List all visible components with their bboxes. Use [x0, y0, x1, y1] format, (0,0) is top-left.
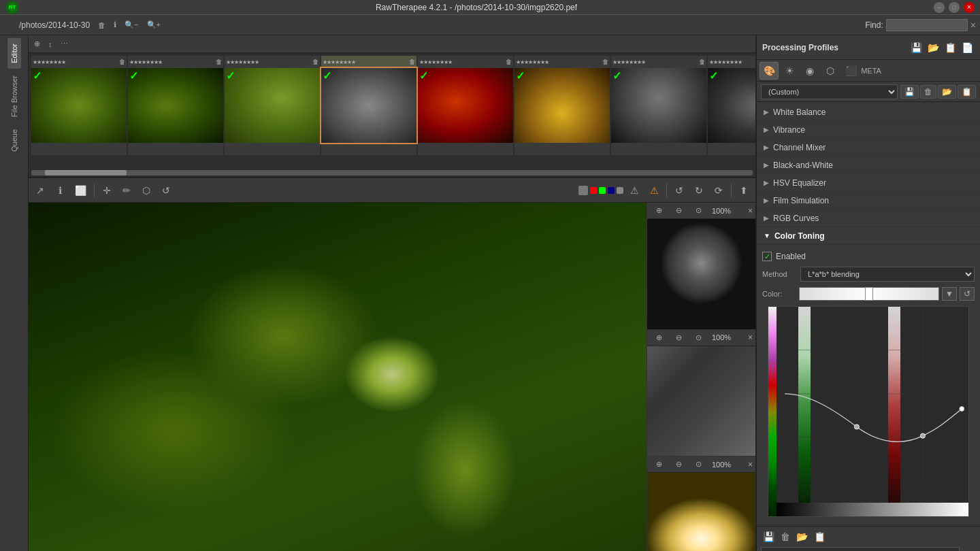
crop-tool[interactable]: ⬜	[71, 182, 91, 199]
ct-method-dropdown[interactable]: L*a*b* blending	[800, 267, 975, 282]
perspective-tool[interactable]: ⬡	[137, 182, 155, 199]
thumb-delete[interactable]: 🗑	[699, 59, 705, 65]
profile-delete-button[interactable]: 🗑	[920, 85, 936, 99]
rotate-tool[interactable]: ↺	[157, 182, 175, 199]
preview-zoom-fit-1[interactable]: ⊙	[689, 205, 707, 216]
sidebar-item-file-browser[interactable]: File Browser	[7, 70, 21, 122]
tool-channel-mixer[interactable]: ▶ Channel Mixer	[757, 139, 980, 156]
rp-save-button[interactable]: 💾	[761, 529, 777, 544]
tool-hsv-equalizer[interactable]: ▶ HSV Equalizer	[757, 174, 980, 192]
overexposure-warning[interactable]: ⚠	[645, 182, 663, 199]
filmstrip-item-selected[interactable]: ★★★★★★★★ 🗑 ✓	[321, 56, 416, 166]
top-toolbar: /photos/2014-10-30 🗑 ℹ 🔍− 🔍+ Find: ×	[0, 15, 980, 35]
zoom-out-button[interactable]: 🔍−	[122, 19, 141, 31]
filmstrip-scrollbar[interactable]	[31, 170, 753, 176]
preview-zoom-fit-3[interactable]: ⊙	[689, 458, 707, 470]
thumb-icon-bar	[708, 143, 755, 155]
preview-zoom-out-1[interactable]: ⊖	[670, 205, 687, 216]
svg-point-8	[960, 406, 964, 411]
chroma-dropdown-button[interactable]: ▼	[962, 547, 976, 551]
preview-zoom-in-1[interactable]: ⊕	[650, 205, 668, 216]
preview-zoom-fit-2[interactable]: ⊙	[689, 332, 707, 344]
thumb-delete[interactable]: 🗑	[312, 59, 318, 65]
tool-color-toning-header[interactable]: ▼ Color Toning	[757, 227, 980, 245]
filmstrip-select-all[interactable]: ⊕	[31, 38, 43, 50]
thumb-delete[interactable]: 🗑	[119, 59, 125, 65]
thumb-delete[interactable]: 🗑	[216, 59, 222, 65]
minimize-button[interactable]: –	[934, 2, 945, 13]
pp-load-button[interactable]: 📂	[926, 41, 941, 54]
preview-close-2[interactable]: ×	[748, 333, 753, 342]
profile-load-button[interactable]: 📂	[938, 85, 956, 99]
find-input[interactable]	[886, 19, 968, 31]
tool-vibrance[interactable]: ▶ Vibrance	[757, 121, 980, 139]
close-button[interactable]: ×	[964, 2, 975, 13]
pp-copy-button[interactable]: 📄	[960, 41, 975, 54]
save-button[interactable]: ⬆	[735, 182, 753, 199]
tool-rgb-curves[interactable]: ▶ RGB Curves	[757, 210, 980, 227]
cross-tool[interactable]: ✛	[98, 182, 116, 199]
filmstrip-item[interactable]: ★★★★★★★★ 🗑 ✓	[514, 56, 610, 166]
ct-color-bar[interactable]	[799, 287, 939, 301]
tool-film-simulation[interactable]: ▶ Film Simulation	[757, 192, 980, 210]
rp-delete-button[interactable]: 🗑	[779, 529, 792, 544]
info-button[interactable]: ℹ	[111, 19, 119, 31]
filmstrip-item[interactable]: ★★★★★★★★ 🗑 ✓	[225, 56, 320, 166]
filmstrip-scrollbar-thumb[interactable]	[45, 170, 127, 176]
tool-tab-meta[interactable]: META	[862, 62, 881, 80]
ct-enabled-checkbox[interactable]	[762, 252, 772, 261]
profile-paste-button[interactable]: 📋	[958, 85, 976, 99]
tool-black-and-white[interactable]: ▶ Black-and-White	[757, 156, 980, 174]
filmstrip-item[interactable]: ★★★★★★★★ 🗑 ✓	[31, 56, 127, 166]
preview-zoom-in-2[interactable]: ⊕	[650, 332, 668, 344]
profile-save-button[interactable]: 💾	[900, 85, 919, 99]
ct-color-dropdown-button[interactable]: ▼	[942, 287, 957, 301]
ct-color-handle[interactable]	[865, 287, 873, 301]
delete-button[interactable]: 🗑	[95, 20, 108, 31]
ct-color-reset-button[interactable]: ↺	[960, 287, 975, 301]
thumb-icon-bar	[611, 143, 706, 155]
curve-area[interactable]	[768, 306, 969, 517]
processing-profiles-title: Processing Profiles	[762, 43, 906, 52]
sidebar-item-queue[interactable]: Queue	[7, 124, 21, 157]
tool-tab-detail[interactable]: ◉	[800, 62, 819, 80]
rp-paste-button[interactable]: 📋	[812, 529, 828, 544]
pencil-tool[interactable]: ✏	[118, 182, 135, 199]
filmstrip-sort[interactable]: ↕	[46, 39, 55, 50]
exposure-warning[interactable]: ⚠	[625, 182, 643, 199]
filmstrip-item[interactable]: ★★★★★★★★ 🗑 ✓	[611, 56, 706, 166]
sidebar-item-editor[interactable]: Editor	[7, 38, 21, 69]
arrow-tool[interactable]: ↗	[31, 182, 49, 199]
zoom-in-button[interactable]: 🔍+	[144, 19, 163, 31]
preview-close-3[interactable]: ×	[748, 460, 753, 469]
pp-save-button[interactable]: 💾	[909, 41, 924, 54]
pp-paste-button[interactable]: 📋	[943, 41, 958, 54]
tool-tab-raw[interactable]: ⬛	[841, 62, 860, 80]
filmstrip-item[interactable]: ★★★★★★★★ 🗑 ✓	[418, 56, 513, 166]
thumb-delete[interactable]: 🗑	[506, 59, 512, 65]
find-close-button[interactable]: ×	[970, 20, 976, 31]
tool-tab-exposure[interactable]: ☀	[780, 62, 799, 80]
preview-close-1[interactable]: ×	[748, 206, 753, 216]
tool-tab-color[interactable]: 🎨	[760, 62, 779, 80]
preview-zoom-out-3[interactable]: ⊖	[670, 458, 687, 470]
preview-zoom-out-2[interactable]: ⊖	[670, 332, 687, 344]
tool-tab-transform[interactable]: ⬡	[821, 62, 840, 80]
profile-selector: (Custom) 💾 🗑 📂 📋	[757, 82, 980, 102]
rp-load-button[interactable]: 📂	[794, 529, 810, 544]
chroma-dropdown[interactable]: Standard chroma	[761, 547, 960, 551]
reset-button[interactable]: ⟳	[710, 182, 728, 199]
maximize-button[interactable]: □	[949, 2, 960, 13]
filmstrip-item[interactable]: ★★★★★★★★ 🗑 ✓	[128, 56, 223, 166]
filmstrip-item[interactable]: ★★★★★★★★ 🗑 ✓	[708, 56, 755, 166]
info-overlay-button[interactable]: ℹ	[51, 182, 69, 199]
undo-button[interactable]: ↺	[670, 182, 688, 199]
tool-white-balance[interactable]: ▶ White Balance	[757, 103, 980, 121]
preview-zoom-in-3[interactable]: ⊕	[650, 458, 668, 470]
redo-button[interactable]: ↻	[690, 182, 708, 199]
filmstrip-filter[interactable]: ⋯	[58, 38, 71, 50]
curve-svg[interactable]	[785, 307, 968, 481]
thumb-delete[interactable]: 🗑	[602, 59, 608, 65]
thumb-delete[interactable]: 🗑	[409, 59, 415, 65]
profile-dropdown[interactable]: (Custom)	[761, 84, 898, 99]
